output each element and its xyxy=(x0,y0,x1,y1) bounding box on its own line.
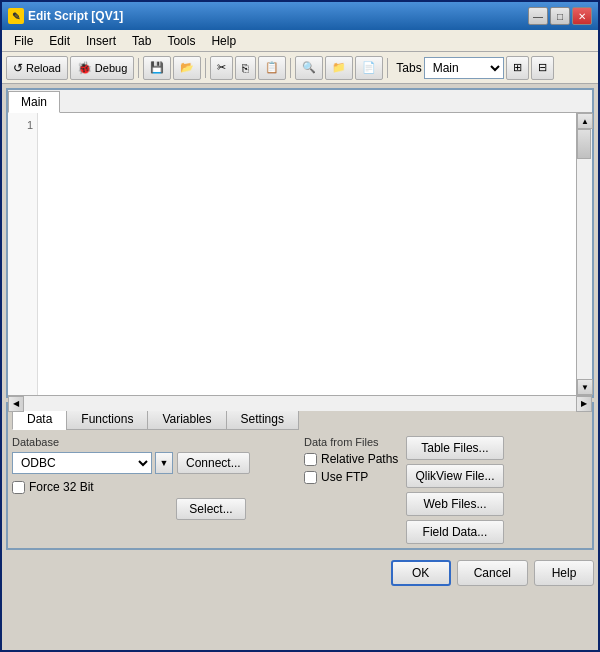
qlikview-file-button[interactable]: QlikView File... xyxy=(406,464,503,488)
web-files-button[interactable]: Web Files... xyxy=(406,492,503,516)
editor-panel: Main 1 ▲ ▼ ◀ ▶ xyxy=(6,88,594,398)
window-title: Edit Script [QV1] xyxy=(28,9,123,23)
cancel-button[interactable]: Cancel xyxy=(457,560,528,586)
title-bar-left: ✎ Edit Script [QV1] xyxy=(8,8,123,24)
ok-button[interactable]: OK xyxy=(391,560,451,586)
bottom-tabs: Data Functions Variables Settings xyxy=(12,408,588,430)
close-button[interactable]: ✕ xyxy=(572,7,592,25)
data-tab-content: Database ODBC ▼ Connect... Force 32 Bit … xyxy=(12,436,588,544)
tab-settings[interactable]: Settings xyxy=(226,408,299,430)
debug-button[interactable]: 🐞 Debug xyxy=(70,56,134,80)
save-icon: 💾 xyxy=(150,61,164,74)
tabs-add-button[interactable]: ⊞ xyxy=(506,56,529,80)
scroll-right-arrow[interactable]: ▶ xyxy=(576,396,592,412)
relative-paths-label: Relative Paths xyxy=(321,452,398,466)
search-button[interactable]: 🔍 xyxy=(295,56,323,80)
reload-icon: ↺ xyxy=(13,61,23,75)
paste-icon: 📋 xyxy=(265,61,279,74)
menu-help[interactable]: Help xyxy=(203,32,244,50)
database-select[interactable]: ODBC xyxy=(12,452,152,474)
toolbar-sep-1 xyxy=(138,58,139,78)
database-section-label: Database xyxy=(12,436,296,448)
save-button[interactable]: 💾 xyxy=(143,56,171,80)
tabs-remove-button[interactable]: ⊟ xyxy=(531,56,554,80)
toolbar-sep-4 xyxy=(387,58,388,78)
cut-icon: ✂ xyxy=(217,61,226,74)
select-button[interactable]: Select... xyxy=(176,498,246,520)
paste-button[interactable]: 📋 xyxy=(258,56,286,80)
select-field-row: Select... xyxy=(12,498,296,520)
editor-tabs: Main xyxy=(8,90,592,113)
copy-button[interactable]: ⎘ xyxy=(235,56,256,80)
cut-button[interactable]: ✂ xyxy=(210,56,233,80)
scroll-left-arrow[interactable]: ◀ xyxy=(8,396,24,412)
menu-file[interactable]: File xyxy=(6,32,41,50)
help-button[interactable]: Help xyxy=(534,560,594,586)
use-ftp-checkbox[interactable] xyxy=(304,471,317,484)
toolbar-sep-3 xyxy=(290,58,291,78)
menu-bar: File Edit Insert Tab Tools Help xyxy=(2,30,598,52)
bottom-panel: Data Functions Variables Settings Databa… xyxy=(6,402,594,550)
menu-edit[interactable]: Edit xyxy=(41,32,78,50)
debug-label: Debug xyxy=(95,62,127,74)
maximize-button[interactable]: □ xyxy=(550,7,570,25)
toolbar: ↺ Reload 🐞 Debug 💾 📂 ✂ ⎘ 📋 🔍 📁 xyxy=(2,52,598,84)
minimize-button[interactable]: — xyxy=(528,7,548,25)
data-files-checkboxes: Data from Files Relative Paths Use FTP xyxy=(304,436,398,544)
script-icon: 📄 xyxy=(362,61,376,74)
data-files-section: Data from Files Relative Paths Use FTP T… xyxy=(304,436,588,544)
data-files-buttons: Table Files... QlikView File... Web File… xyxy=(406,436,503,544)
scroll-up-arrow[interactable]: ▲ xyxy=(577,113,593,129)
database-field-row: ODBC ▼ Connect... xyxy=(12,452,296,474)
footer-buttons: OK Cancel Help xyxy=(6,560,594,586)
table-files-button[interactable]: Table Files... xyxy=(406,436,503,460)
app-icon: ✎ xyxy=(8,8,24,24)
reload-button[interactable]: ↺ Reload xyxy=(6,56,68,80)
database-dropdown-arrow[interactable]: ▼ xyxy=(155,452,173,474)
relative-paths-row: Relative Paths xyxy=(304,452,398,466)
toolbar-sep-2 xyxy=(205,58,206,78)
connect-button[interactable]: Connect... xyxy=(177,452,250,474)
window-frame: ✎ Edit Script [QV1] — □ ✕ File Edit Inse… xyxy=(0,0,600,652)
field-data-button[interactable]: Field Data... xyxy=(406,520,503,544)
reload-label: Reload xyxy=(26,62,61,74)
relative-paths-checkbox[interactable] xyxy=(304,453,317,466)
script-button[interactable]: 📄 xyxy=(355,56,383,80)
tabs-select[interactable]: Main xyxy=(424,57,504,79)
tabs-add-icon: ⊞ xyxy=(513,61,522,74)
tab-variables[interactable]: Variables xyxy=(147,408,226,430)
force32bit-label: Force 32 Bit xyxy=(29,480,94,494)
title-bar: ✎ Edit Script [QV1] — □ ✕ xyxy=(2,2,598,30)
editor-tab-main[interactable]: Main xyxy=(8,91,60,113)
force32bit-checkbox[interactable] xyxy=(12,481,25,494)
data-files-label: Data from Files xyxy=(304,436,398,448)
search-icon: 🔍 xyxy=(302,61,316,74)
use-ftp-row: Use FTP xyxy=(304,470,398,484)
folder-icon: 📁 xyxy=(332,61,346,74)
tab-functions[interactable]: Functions xyxy=(66,408,148,430)
editor-content[interactable] xyxy=(38,113,576,395)
tabs-label: Tabs xyxy=(396,61,421,75)
folder-button[interactable]: 📁 xyxy=(325,56,353,80)
use-ftp-label: Use FTP xyxy=(321,470,368,484)
vertical-scrollbar[interactable]: ▲ ▼ xyxy=(576,113,592,395)
debug-icon: 🐞 xyxy=(77,61,92,75)
menu-tab[interactable]: Tab xyxy=(124,32,159,50)
editor-body: 1 ▲ ▼ xyxy=(8,113,592,395)
open-icon: 📂 xyxy=(180,61,194,74)
scroll-thumb[interactable] xyxy=(577,129,591,159)
copy-icon: ⎘ xyxy=(242,62,249,74)
horizontal-scrollbar[interactable]: ◀ ▶ xyxy=(8,395,592,411)
line-numbers: 1 xyxy=(8,113,38,395)
force32bit-row: Force 32 Bit xyxy=(12,480,296,494)
title-controls: — □ ✕ xyxy=(528,7,592,25)
scroll-down-arrow[interactable]: ▼ xyxy=(577,379,593,395)
menu-insert[interactable]: Insert xyxy=(78,32,124,50)
database-section: Database ODBC ▼ Connect... Force 32 Bit … xyxy=(12,436,296,544)
tabs-remove-icon: ⊟ xyxy=(538,61,547,74)
line-num-1: 1 xyxy=(8,117,33,133)
menu-tools[interactable]: Tools xyxy=(159,32,203,50)
open-button[interactable]: 📂 xyxy=(173,56,201,80)
